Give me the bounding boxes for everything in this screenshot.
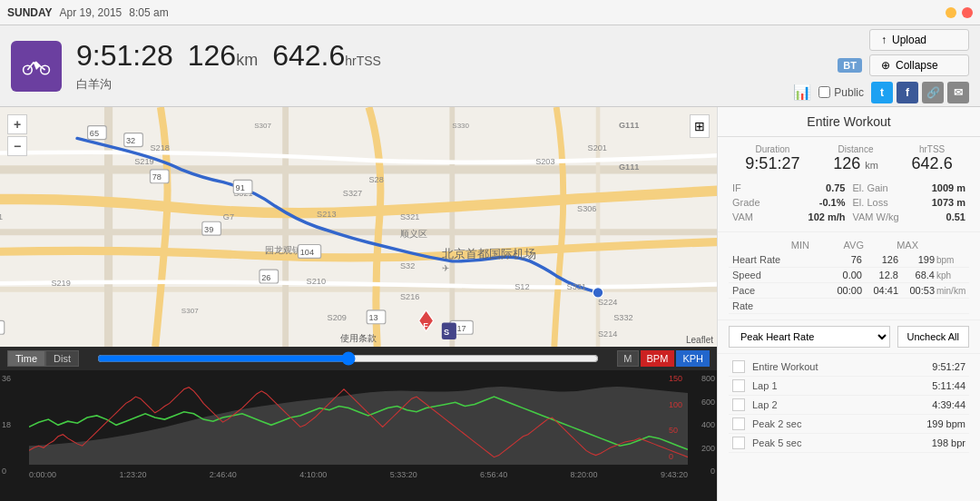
svg-text:S218: S218 bbox=[150, 143, 169, 152]
lap-checkbox-3[interactable] bbox=[732, 398, 745, 411]
svg-text:S216: S216 bbox=[400, 292, 419, 301]
svg-text:S214: S214 bbox=[598, 329, 617, 339]
svg-text:S209: S209 bbox=[328, 313, 347, 322]
activity-stats: 9:51:28 126km 642.6hrTSS 白羊沟 bbox=[76, 39, 782, 93]
svg-text:65: 65 bbox=[90, 129, 99, 138]
chart-x-axis: 0:00:00 1:23:20 2:46:40 4:10:00 5:33:20 … bbox=[29, 470, 688, 479]
svg-text:S32: S32 bbox=[400, 261, 415, 270]
public-checkbox-row[interactable]: Public bbox=[818, 86, 864, 99]
close-button[interactable] bbox=[962, 7, 973, 18]
svg-rect-59 bbox=[0, 320, 5, 334]
leaflet-credit: Leaflet bbox=[686, 335, 713, 345]
map-container[interactable]: S211 S219 S219 S218 G7 S321 S213 S327 S2… bbox=[0, 107, 717, 347]
info-grid: IF 0.75 El. Gain 1009 m Grade -0.1% El. … bbox=[729, 181, 969, 224]
y-left-label-3: 0 bbox=[2, 467, 27, 476]
y-right2-label-1: 150 bbox=[669, 374, 682, 383]
svg-text:S211: S211 bbox=[0, 212, 3, 221]
svg-text:S12: S12 bbox=[514, 282, 529, 291]
vam-wkg-item: VAM W/kg 0.51 bbox=[849, 210, 970, 224]
svg-text:F: F bbox=[423, 321, 428, 330]
chart-area: Time Dist M BPM KPH 36 18 0 bbox=[0, 347, 717, 501]
svg-text:32: 32 bbox=[126, 136, 135, 145]
y-right-label-1: 800 bbox=[690, 374, 715, 383]
bpm-button[interactable]: BPM bbox=[641, 350, 675, 367]
x-label-2: 1:23:20 bbox=[119, 470, 146, 479]
y-right-label-2: 600 bbox=[690, 398, 715, 407]
distance-cell: Distance 126 km bbox=[833, 144, 878, 173]
col-max: MAX bbox=[882, 240, 918, 250]
y-left-label-2: 18 bbox=[2, 420, 27, 429]
if-item: IF 0.75 bbox=[729, 181, 849, 195]
lap-3-name: Lap 2 bbox=[752, 399, 932, 410]
link-icon[interactable]: 🔗 bbox=[922, 82, 944, 103]
lap-checkbox-4[interactable] bbox=[732, 418, 745, 430]
x-label-4: 4:10:00 bbox=[299, 470, 327, 479]
map-controls: + − bbox=[7, 114, 27, 156]
lap-checkbox-1[interactable] bbox=[732, 360, 745, 373]
lap-4-time: 199 bpm bbox=[926, 418, 965, 429]
panel-title: Entire Workout bbox=[718, 107, 980, 137]
map-svg: S211 S219 S219 S218 G7 S321 S213 S327 S2… bbox=[0, 107, 717, 347]
chart-svg-area bbox=[29, 370, 688, 465]
list-item: Lap 1 5:11:44 bbox=[729, 377, 969, 396]
map-layers-button[interactable]: ⊞ bbox=[690, 114, 710, 138]
svg-text:S327: S327 bbox=[343, 189, 362, 198]
kph-button[interactable]: KPH bbox=[676, 350, 710, 367]
svg-text:S307: S307 bbox=[254, 122, 271, 130]
public-checkbox[interactable] bbox=[818, 86, 830, 98]
lap-checkbox-5[interactable] bbox=[732, 437, 745, 449]
lap-4-name: Peak 2 sec bbox=[752, 418, 926, 429]
dist-button[interactable]: Dist bbox=[45, 350, 79, 367]
cycling-icon bbox=[22, 56, 51, 76]
activity-tss: 642.6hrTSS bbox=[272, 39, 381, 73]
pace-row: Pace 00:00 04:41 00:53 min/km bbox=[729, 283, 969, 299]
el-loss-item: El. Loss 1073 m bbox=[849, 195, 970, 210]
chart-range-slider[interactable] bbox=[97, 351, 599, 366]
facebook-icon[interactable]: f bbox=[897, 82, 918, 103]
chart-icon[interactable]: 📊 bbox=[793, 84, 811, 101]
svg-text:91: 91 bbox=[236, 183, 245, 192]
minimize-button[interactable] bbox=[946, 7, 956, 18]
svg-text:S306: S306 bbox=[577, 204, 596, 213]
activity-distance: 126km bbox=[188, 39, 258, 73]
time-button[interactable]: Time bbox=[7, 350, 45, 367]
email-icon[interactable]: ✉ bbox=[947, 82, 969, 103]
svg-text:园龙观镇: 园龙观镇 bbox=[265, 245, 301, 255]
chart-y-axis-right2: 150 100 50 0 bbox=[667, 370, 684, 465]
col-avg: AVG bbox=[828, 240, 864, 250]
lap-1-time: 9:51:27 bbox=[932, 361, 965, 372]
upload-button[interactable]: ↑ Upload bbox=[869, 29, 969, 51]
duration-cell: Duration 9:51:27 bbox=[745, 144, 799, 173]
lap-2-name: Lap 1 bbox=[752, 380, 932, 391]
chart-y-axis-left: 36 18 0 bbox=[0, 370, 29, 479]
lap-checkbox-2[interactable] bbox=[732, 379, 745, 392]
peak-heart-rate-dropdown[interactable]: Peak Heart Rate bbox=[729, 326, 890, 348]
svg-text:G111: G111 bbox=[619, 162, 639, 172]
svg-text:S: S bbox=[444, 328, 449, 337]
svg-text:S332: S332 bbox=[613, 313, 632, 322]
list-item: Peak 2 sec 199 bpm bbox=[729, 415, 969, 434]
x-label-1: 0:00:00 bbox=[29, 470, 56, 479]
svg-text:13: 13 bbox=[368, 313, 377, 322]
svg-text:S321: S321 bbox=[400, 212, 419, 221]
collapse-button[interactable]: ⊕ Collapse bbox=[869, 54, 969, 76]
list-item: Peak 5 sec 198 bpr bbox=[729, 434, 969, 453]
svg-text:顺义区: 顺义区 bbox=[400, 229, 427, 239]
time-dist-toggle[interactable]: Time Dist bbox=[7, 350, 79, 367]
zoom-in-button[interactable]: + bbox=[7, 114, 27, 134]
main-header: 9:51:28 126km 642.6hrTSS 白羊沟 BT ↑ Upload… bbox=[0, 25, 980, 107]
col-min: MIN bbox=[773, 240, 809, 250]
chart-canvas: 36 18 0 800 bbox=[0, 370, 717, 479]
y-left-label-1: 36 bbox=[2, 374, 27, 383]
twitter-icon[interactable]: t bbox=[871, 82, 893, 103]
zoom-out-button[interactable]: − bbox=[7, 136, 27, 156]
uncheck-all-button[interactable]: Uncheck All bbox=[897, 326, 969, 348]
svg-text:S224: S224 bbox=[598, 298, 617, 307]
svg-text:S219: S219 bbox=[51, 279, 70, 288]
svg-text:104: 104 bbox=[300, 248, 314, 257]
grade-item: Grade -0.1% bbox=[729, 195, 849, 210]
list-item: Lap 2 4:39:44 bbox=[729, 396, 969, 415]
m-button[interactable]: M bbox=[617, 350, 638, 367]
lap-5-name: Peak 5 sec bbox=[752, 437, 932, 448]
el-gain-item: El. Gain 1009 m bbox=[849, 181, 970, 195]
